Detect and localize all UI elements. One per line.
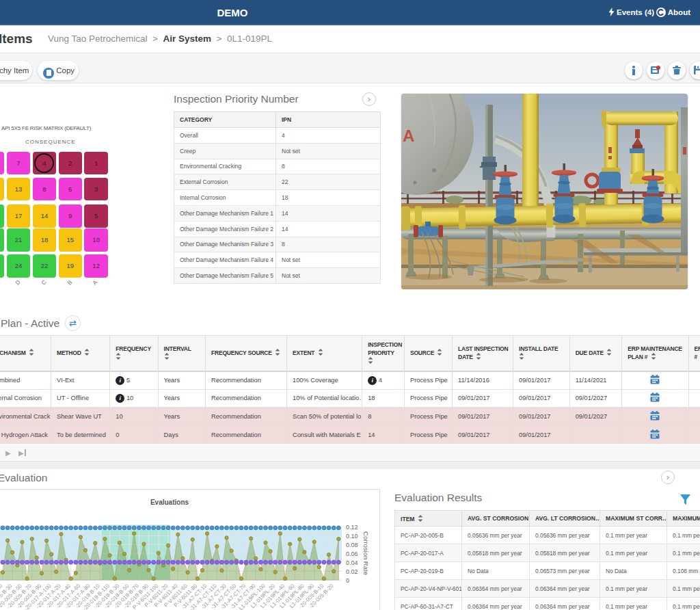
svg-text:0.10: 0.10 bbox=[346, 533, 358, 540]
svg-text:0.12: 0.12 bbox=[346, 524, 358, 531]
svg-text:0.08: 0.08 bbox=[346, 542, 358, 548]
svg-text:0.06: 0.06 bbox=[346, 551, 358, 557]
svg-text:A: A bbox=[403, 127, 414, 145]
svg-text:Corrosion Rate: Corrosion Rate bbox=[362, 531, 370, 575]
svg-text:0.04: 0.04 bbox=[346, 559, 358, 566]
svg-text:0.02: 0.02 bbox=[346, 568, 358, 575]
svg-text:0: 0 bbox=[346, 577, 349, 584]
